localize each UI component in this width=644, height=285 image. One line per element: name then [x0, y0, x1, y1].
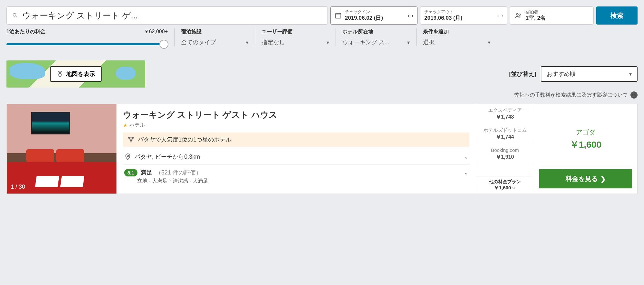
rating-row[interactable]: 8.1 満足 （521 件の評価） ⌄ 立地 - 大満足・清潔感 - 大満足 — [123, 164, 469, 188]
checkout-prev-icon[interactable]: ‹ — [497, 12, 499, 19]
type-filter-label: 宿泊施設 — [181, 28, 248, 35]
checkout-label: チェックアウト — [424, 9, 462, 15]
rating-count: （521 件の評価） — [156, 169, 202, 176]
type-filter-select[interactable]: 全てのタイプ ▾ — [181, 38, 248, 46]
pillows — [26, 149, 84, 162]
hotel-type: ★ ホテル — [123, 122, 469, 129]
slider-track — [6, 43, 168, 45]
chevron-right-icon: ❯ — [600, 175, 606, 183]
type-filter-value: 全てのタイプ — [181, 38, 216, 46]
award-banner: パタヤで人気度1位の1つ星のホテル — [123, 132, 469, 147]
fee-note[interactable]: 弊社への手数料が検索結果に及ぼす影響について i — [0, 90, 644, 104]
deal-item[interactable]: Booking.com ￥1,910 — [476, 144, 534, 164]
checkout-next-icon[interactable]: › — [501, 12, 503, 19]
hotel-photo[interactable]: 1 / 30 — [7, 104, 116, 194]
chevron-down-icon: ⌄ — [464, 154, 468, 160]
location-text: パタヤ, ビーチから0.3km — [135, 153, 200, 161]
hotel-main-info: ウォーキング ストリート ゲスト ハウス ★ ホテル パタヤで人気度1位の1つ星… — [116, 104, 476, 194]
more-filter-value: 選択 — [423, 38, 435, 46]
other-plans-price: ￥1,600～ — [479, 185, 531, 191]
rating-filter-select[interactable]: 指定なし ▾ — [262, 38, 329, 46]
rating-score-badge: 8.1 — [124, 169, 137, 176]
view-deal-button[interactable]: 料金を見る ❯ — [539, 169, 632, 188]
sort-value: おすすめ順 — [547, 70, 576, 78]
location-row[interactable]: パタヤ, ビーチから0.3km ⌄ — [123, 149, 469, 164]
location-filter-select[interactable]: ウォーキング ス... ▾ — [342, 38, 410, 46]
rating-detail: 立地 - 大満足・清潔感 - 大満足 — [137, 178, 468, 185]
search-icon — [12, 12, 18, 19]
svg-point-1 — [517, 14, 518, 16]
svg-point-2 — [519, 14, 520, 16]
map-pin-icon — [56, 70, 64, 78]
chevron-down-icon: ⌄ — [464, 170, 468, 176]
location-filter-value: ウォーキング ス... — [342, 38, 389, 46]
deal-price: ￥1,910 — [478, 154, 532, 161]
sort-label: [並び替え] — [509, 70, 536, 78]
deal-provider: ホテルズドットコム — [478, 127, 532, 133]
deal-price: ￥1,744 — [478, 134, 532, 141]
checkin-picker[interactable]: チェックイン 2019.06.02 (日) ‹ › — [330, 6, 418, 25]
more-filter-select[interactable]: 選択 ▾ — [423, 38, 490, 46]
star-icon: ★ — [123, 122, 127, 128]
checkout-picker[interactable]: チェックアウト 2019.06.03 (月) ‹ › — [420, 6, 507, 25]
other-plans-label: 他の料金プラン — [479, 179, 531, 185]
filters-bar: 1泊あたりの料金 ￥62,000+ 宿泊施設 全てのタイプ ▾ ユーザー評価 指… — [0, 28, 644, 57]
chevron-down-icon: ▾ — [629, 71, 632, 77]
guests-icon — [515, 12, 522, 19]
best-deal-column: アゴダ ￥1,600 料金を見る ❯ — [534, 104, 637, 194]
deal-provider: Booking.com — [478, 147, 532, 153]
fee-note-text: 弊社への手数料が検索結果に及ぼす影響について — [514, 92, 628, 99]
search-input[interactable]: ウォーキング ストリート ゲ... — [22, 10, 322, 21]
hotel-result-card: 1 / 30 ウォーキング ストリート ゲスト ハウス ★ ホテル パタヤで人気… — [6, 104, 638, 194]
view-deal-label: 料金を見る — [566, 174, 598, 183]
guests-label: 宿泊者 — [526, 9, 546, 15]
other-plans[interactable]: 他の料金プラン ￥1,600～ — [476, 176, 534, 194]
wall-art — [31, 112, 70, 134]
more-filter-label: 条件を追加 — [423, 28, 490, 35]
map-pin-icon — [124, 153, 131, 160]
checkin-label: チェックイン — [345, 9, 383, 15]
price-slider[interactable] — [6, 40, 168, 49]
map-preview[interactable]: 地図を表示 — [6, 60, 145, 88]
checkin-value: 2019.06.02 (日) — [345, 15, 383, 22]
price-filter-max: ￥62,000+ — [144, 28, 168, 35]
hotel-type-label: ホテル — [129, 122, 145, 129]
deals-column: エクスペディア ￥1,748 ホテルズドットコム ￥1,744 Booking.… — [476, 104, 534, 194]
svg-point-3 — [59, 72, 61, 74]
chevron-down-icon: ▾ — [407, 39, 410, 46]
info-icon[interactable]: i — [630, 91, 638, 99]
hotel-name[interactable]: ウォーキング ストリート ゲスト ハウス — [123, 109, 469, 121]
checkin-next-icon[interactable]: › — [411, 12, 413, 19]
photo-counter: 1 / 30 — [11, 184, 25, 190]
deal-item[interactable]: ホテルズドットコム ￥1,744 — [476, 124, 534, 144]
calendar-icon — [335, 12, 342, 19]
checkout-value: 2019.06.03 (月) — [424, 15, 462, 22]
guests-value: 1室, 2名 — [526, 15, 546, 22]
checkin-prev-icon[interactable]: ‹ — [408, 12, 409, 19]
search-input-wrap[interactable]: ウォーキング ストリート ゲ... — [6, 6, 328, 25]
rating-filter-value: 指定なし — [262, 38, 285, 46]
svg-point-4 — [127, 155, 129, 157]
sort-select[interactable]: おすすめ順 ▾ — [541, 66, 638, 82]
deal-price: ￥1,748 — [478, 114, 532, 121]
map-button-label: 地図を表示 — [66, 70, 95, 78]
chevron-down-icon: ▾ — [488, 39, 490, 46]
rating-word: 満足 — [141, 169, 152, 176]
sort-wrap: [並び替え] おすすめ順 ▾ — [509, 66, 638, 82]
award-text: パタヤで人気度1位の1つ星のホテル — [138, 136, 231, 143]
rating-filter-label: ユーザー評価 — [262, 28, 329, 35]
towels — [36, 176, 84, 187]
svg-rect-0 — [336, 14, 341, 18]
deal-provider: エクスペディア — [478, 107, 532, 113]
mid-bar: 地図を表示 [並び替え] おすすめ順 ▾ — [0, 57, 644, 90]
chevron-down-icon: ▾ — [246, 39, 248, 46]
chevron-down-icon: ▾ — [327, 39, 329, 46]
trophy-icon — [127, 136, 135, 143]
search-button[interactable]: 検索 — [596, 6, 638, 25]
show-map-button[interactable]: 地図を表示 — [50, 66, 102, 82]
best-deal-price: ￥1,600 — [570, 139, 601, 151]
slider-handle[interactable] — [159, 40, 168, 49]
deal-item[interactable]: エクスペディア ￥1,748 — [476, 104, 534, 124]
search-bar: ウォーキング ストリート ゲ... チェックイン 2019.06.02 (日) … — [0, 0, 644, 28]
guests-picker[interactable]: 宿泊者 1室, 2名 — [510, 6, 594, 25]
